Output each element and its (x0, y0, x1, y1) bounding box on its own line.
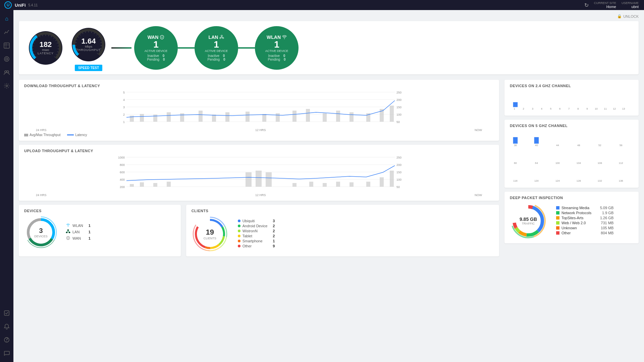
sidebar-item-support[interactable] (1, 334, 13, 346)
svg-text:12: 12 (613, 107, 616, 110)
sidebar-item-map[interactable] (1, 40, 13, 52)
svg-text:1: 1 (123, 120, 125, 124)
other-dot (238, 245, 240, 247)
download-chart-x-axis: 24 HRS 12 HRS NOW (24, 128, 494, 132)
svg-text:4: 4 (123, 98, 125, 102)
svg-point-8 (7, 71, 9, 73)
ubiquiti-dot (238, 220, 240, 222)
svg-text:400: 400 (120, 178, 125, 181)
wlan-bubble[interactable]: WLAN 1 ACTIVE DEVICE Inactive 0 Pending … (255, 26, 299, 70)
svg-text:800: 800 (120, 163, 125, 167)
username-dropdown[interactable]: ubnt (632, 5, 639, 9)
sidebar-item-messages[interactable] (1, 347, 13, 359)
download-chart-legend: Avg/Max Throughput Latency (24, 133, 494, 137)
svg-text:3: 3 (123, 106, 125, 109)
svg-rect-79 (292, 183, 297, 187)
svg-rect-78 (266, 172, 272, 187)
streaming-square (556, 206, 559, 209)
wan-active-label: ACTIVE DEVICE (145, 49, 168, 53)
svg-text:600: 600 (120, 171, 125, 174)
throughput-legend-label: Avg/Max Throughput (30, 133, 60, 137)
sidebar-item-stats[interactable] (1, 26, 13, 38)
main-content: 🔒 UNLOCK 182 msec LATENCY 1.64 (13, 10, 644, 362)
sidebar-item-devices[interactable] (1, 53, 13, 65)
channel-5-row3-svg: 116 120 124 128 132 136 (510, 166, 633, 183)
lan-pending-label: Pending (207, 58, 220, 61)
wan-pending-label: Pending (147, 58, 159, 61)
ubiquiti-logo-icon: U (4, 1, 12, 9)
svg-text:1: 1 (514, 107, 515, 110)
bottom-section: DEVICES (19, 205, 499, 256)
smartphone-dot (238, 240, 240, 242)
network-square (556, 211, 559, 215)
sidebar: ⌂ (0, 10, 13, 362)
dpi-topsites: TopSites-Arts 1.26 GB (556, 216, 613, 220)
upload-chart-title: UPLOAD THROUGHPUT & LATENCY (24, 149, 494, 153)
svg-text:52: 52 (598, 144, 601, 147)
current-site-area: CURRENT SITE Home (594, 1, 616, 9)
download-chart-card: DOWNLOAD THROUGHPUT & LATENCY 5 4 3 2 (19, 80, 499, 141)
svg-text:116: 116 (513, 179, 518, 182)
upload-chart-card: UPLOAD THROUGHPUT & LATENCY 1000 800 600… (19, 145, 499, 201)
unknown-square (556, 226, 559, 230)
clients-legend-other: Other 9 (238, 244, 275, 248)
latency-label: LATENCY (38, 52, 54, 55)
svg-rect-41 (167, 112, 171, 122)
svg-point-6 (6, 58, 8, 60)
channel-5-card: DEVICES ON 5 GHZ CHANNEL 36 40 44 48 52 … (504, 120, 639, 188)
latency-value: 182 (38, 41, 54, 48)
svg-text:150: 150 (396, 106, 401, 109)
sidebar-item-home[interactable]: ⌂ (1, 13, 13, 25)
wan-bubble[interactable]: WAN 1 ACTIVE DEVICE Inactive 0 Pending 0 (134, 26, 178, 70)
svg-text:1000: 1000 (118, 156, 125, 159)
clients-legend-smartphone: Smartphone 1 (238, 239, 275, 243)
svg-rect-74 (153, 183, 157, 187)
svg-text:100: 100 (396, 113, 401, 116)
svg-rect-73 (140, 182, 144, 187)
sidebar-item-settings[interactable] (1, 80, 13, 92)
svg-text:5: 5 (550, 107, 551, 110)
dpi-web: Web / Web 2.0 731 MB (556, 221, 613, 225)
svg-rect-130 (513, 137, 518, 143)
sidebar-item-clients[interactable] (1, 66, 13, 78)
dpi-other-square (556, 231, 559, 235)
dpi-streaming: Streaming Media 5.09 GB (556, 206, 613, 210)
stats-row: 182 msec LATENCY 1.64 Mbps THROUGHPUT SP… (19, 21, 639, 74)
svg-text:5: 5 (123, 91, 125, 94)
svg-rect-53 (350, 112, 354, 122)
current-site-label: CURRENT SITE (594, 1, 616, 5)
dpi-unknown: Unknown 105 MB (556, 226, 613, 230)
devices-total-value: 3 (34, 227, 48, 235)
sidebar-item-alerts[interactable] (1, 307, 13, 319)
svg-text:48: 48 (577, 144, 580, 147)
wistronn-dot (238, 230, 240, 232)
svg-text:50: 50 (396, 120, 400, 124)
username-label: USERNAME (622, 1, 639, 5)
wan-inactive-label: Inactive (148, 54, 159, 58)
svg-point-12 (6, 341, 7, 342)
svg-rect-51 (323, 113, 327, 122)
svg-rect-81 (323, 183, 327, 187)
speed-test-button[interactable]: SPEED TEST (75, 65, 102, 71)
lan-active-label: ACTIVE DEVICE (205, 49, 228, 53)
svg-rect-49 (292, 111, 297, 122)
latency-legend-label: Latency (75, 133, 87, 137)
svg-text:108: 108 (598, 162, 602, 165)
svg-text:128: 128 (577, 179, 581, 182)
current-site-dropdown[interactable]: Home (606, 5, 616, 9)
upload-chart-svg: 1000 800 600 400 200 250 200 150 100 50 (24, 156, 494, 192)
channel-5-title: DEVICES ON 5 GHZ CHANNEL (510, 124, 633, 128)
svg-rect-82 (336, 182, 340, 187)
clients-legend: Ubiquiti 3 Android Device 2 WistronN (238, 219, 275, 249)
svg-rect-15 (221, 35, 222, 36)
sidebar-item-notifications[interactable] (1, 320, 13, 333)
refresh-button[interactable]: ↻ (584, 2, 589, 8)
wan-count: 1 (153, 40, 159, 49)
svg-text:40: 40 (535, 144, 538, 147)
svg-rect-84 (366, 182, 370, 187)
unlock-button[interactable]: 🔒 UNLOCK (617, 14, 639, 18)
svg-rect-94 (66, 232, 67, 233)
dpi-title: DEEP PACKET INSPECTION (510, 196, 633, 200)
channel-5-row1-svg: 36 40 44 48 52 56 (510, 130, 633, 147)
lan-bubble[interactable]: LAN 1 ACTIVE DEVICE Inactive 0 Pending 0 (195, 26, 238, 70)
